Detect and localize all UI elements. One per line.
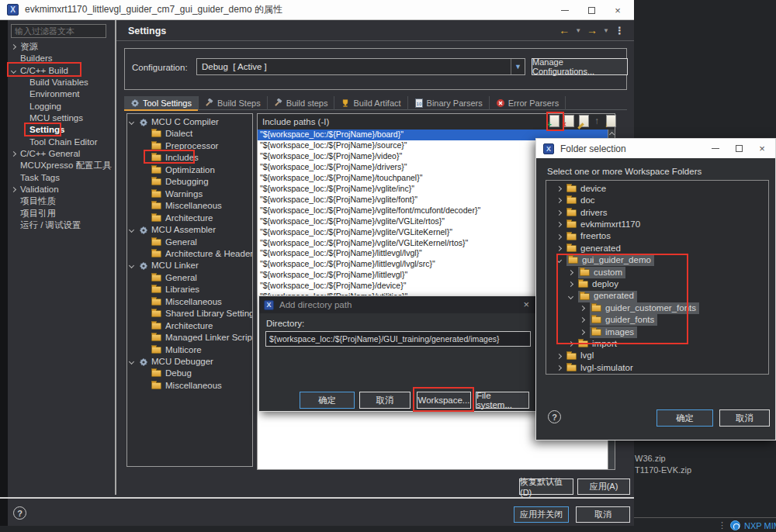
workspace-folder-lvgl[interactable]: lvgl [546, 351, 768, 362]
tab-tool-settings[interactable]: Tool Settings [124, 96, 199, 110]
file-system-button[interactable]: File system... [476, 392, 529, 409]
sidebar-item-tool-chain-editor[interactable]: Tool Chain Editor [8, 136, 116, 148]
workspace-folder-evkmimxrt1170[interactable]: evkmimxrt1170 [546, 219, 768, 230]
directory-input[interactable] [265, 331, 531, 347]
sidebar-item--[interactable]: 资源 [8, 41, 116, 53]
sidebar-item-logging[interactable]: Logging [8, 101, 116, 112]
chevron-right-icon[interactable] [556, 186, 562, 192]
chevron-right-icon[interactable] [11, 44, 16, 50]
minimize-button[interactable] [704, 139, 727, 159]
close-button[interactable]: × [605, 0, 631, 20]
sidebar-item--[interactable]: 运行 / 调试设置 [8, 219, 116, 231]
chevron-down-icon[interactable] [129, 263, 134, 268]
tool-tree-item-managed-linker-script[interactable]: Managed Linker Script [127, 332, 252, 344]
view-menu-icon[interactable]: ⋮ [615, 25, 625, 36]
back-arrow-icon[interactable]: ← [559, 24, 570, 36]
tool-tree-item-architecture[interactable]: Architecture [127, 212, 252, 224]
chevron-right-icon[interactable] [556, 222, 562, 227]
minimize-button[interactable] [552, 0, 578, 20]
move-down-icon[interactable]: ↓ [606, 115, 616, 127]
sidebar-sash[interactable] [115, 20, 116, 495]
tool-tree-item-general[interactable]: General [127, 237, 252, 248]
chevron-right-icon[interactable] [556, 365, 562, 371]
folder-icon [151, 130, 161, 137]
cancel-button[interactable]: 取消 [719, 409, 770, 427]
sidebar-item-task-tags[interactable]: Task Tags [8, 172, 116, 184]
tool-tree-item-mcu-linker[interactable]: MCU Linker [127, 260, 252, 271]
manage-configurations-button[interactable]: Manage Configurations... [532, 58, 628, 75]
chevron-right-icon[interactable] [556, 234, 562, 240]
sidebar-item-c-c-general[interactable]: C/C++ General [8, 148, 116, 160]
chevron-down-icon[interactable] [129, 119, 134, 125]
chevron-right-icon[interactable] [556, 210, 562, 216]
help-icon[interactable]: ? [548, 410, 561, 423]
sidebar-item--[interactable]: 项目性质 [8, 195, 116, 207]
forward-dropdown-icon[interactable]: ▼ [603, 27, 609, 34]
gear-icon [139, 226, 148, 235]
apply-and-close-button[interactable]: 应用并关闭 [514, 506, 569, 523]
chevron-right-icon[interactable] [556, 198, 562, 203]
edit-path-icon[interactable] [579, 115, 589, 127]
tool-tree-item-shared-library-settings[interactable]: Shared Library Settings [127, 308, 252, 320]
chevron-right-icon[interactable] [11, 187, 16, 192]
chevron-down-icon[interactable] [129, 359, 134, 364]
tool-tree-item-libraries[interactable]: Libraries [127, 284, 252, 295]
tool-tree-item-dialect[interactable]: Dialect [127, 128, 252, 140]
binary-icon: 10 [414, 98, 424, 108]
tool-tree-item-miscellaneous[interactable]: Miscellaneous [127, 200, 252, 212]
tool-tree-item-architecture-headers[interactable]: Architecture & Headers [127, 248, 252, 260]
apply-button[interactable]: 应用(A) [577, 478, 630, 495]
folder-icon [151, 191, 161, 198]
chevron-right-icon[interactable] [11, 151, 16, 157]
tool-tree-item-mcu-debugger[interactable]: MCU Debugger [127, 356, 252, 368]
sidebar-item-label: Task Tags [20, 172, 60, 184]
back-dropdown-icon[interactable]: ▼ [575, 27, 581, 34]
sidebar-item-label: 运行 / 调试设置 [20, 219, 81, 231]
workspace-folder-device[interactable]: device [546, 183, 768, 195]
workspace-folder-lvgl-simulator[interactable]: lvgl-simulator [546, 362, 768, 374]
tab-build-steps[interactable]: Build Steps [199, 96, 268, 110]
ok-button[interactable]: 确定 [300, 392, 355, 409]
tool-tree-item-miscellaneous[interactable]: Miscellaneous [127, 296, 252, 308]
tab-error-parsers[interactable]: Error Parsers [490, 96, 566, 110]
sidebar-item-build-variables[interactable]: Build Variables [8, 77, 116, 88]
tool-tree-item-architecture[interactable]: Architecture [127, 320, 252, 332]
forward-arrow-icon[interactable]: → [587, 24, 598, 36]
tool-tree-item-mcu-c-compiler[interactable]: MCU C Compiler [127, 116, 252, 128]
chevron-down-icon[interactable] [129, 227, 134, 233]
help-icon[interactable]: ? [13, 506, 26, 520]
chevron-right-icon[interactable] [556, 354, 562, 359]
configuration-select[interactable]: Debug [ Active ] ▼ [196, 58, 525, 75]
maximize-button[interactable] [578, 0, 605, 20]
workspace-folder-doc[interactable]: doc [546, 195, 768, 206]
workspace-folder-drivers[interactable]: drivers [546, 207, 768, 219]
sidebar-item--[interactable]: 项目引用 [8, 208, 116, 219]
tool-tree-item-multicore[interactable]: Multicore [127, 344, 252, 356]
workspace-folder-freertos[interactable]: freertos [546, 231, 768, 243]
tab-build-steps[interactable]: Build steps [268, 96, 335, 110]
tool-tree-item-debugging[interactable]: Debugging [127, 176, 252, 188]
cancel-button[interactable]: 取消 [576, 506, 630, 523]
filter-input[interactable] [11, 24, 106, 38]
restore-defaults-button[interactable]: 恢复默认值(D) [519, 478, 573, 495]
move-up-icon[interactable]: ↑ [594, 116, 599, 126]
sidebar-item-environment[interactable]: Environment [8, 88, 116, 100]
tool-tree-item-general[interactable]: General [127, 272, 252, 284]
tab-build-artifact[interactable]: Build Artifact [334, 96, 407, 110]
tool-tree-item-optimization[interactable]: Optimization [127, 164, 252, 176]
tab-binary-parsers[interactable]: 10Binary Parsers [408, 96, 490, 110]
cancel-button[interactable]: 取消 [359, 392, 411, 409]
tool-tree-item-mcu-assembler[interactable]: MCU Assembler [127, 224, 252, 236]
chevron-right-icon[interactable] [556, 246, 562, 251]
delete-path-icon[interactable]: × [564, 115, 574, 127]
folder-icon [151, 323, 161, 330]
ok-button[interactable]: 确定 [656, 409, 713, 427]
sidebar-item-mcuxpresso-[interactable]: MCUXpresso 配置工具 [8, 160, 116, 171]
tool-tree-item-miscellaneous[interactable]: Miscellaneous [127, 380, 252, 392]
sidebar-item-validation[interactable]: Validation [8, 184, 116, 195]
maximize-button[interactable] [727, 139, 750, 159]
tool-tree-item-warnings[interactable]: Warnings [127, 188, 252, 200]
close-button[interactable]: × [750, 139, 774, 159]
close-icon[interactable]: × [523, 299, 529, 310]
tool-tree-item-debug[interactable]: Debug [127, 368, 252, 379]
